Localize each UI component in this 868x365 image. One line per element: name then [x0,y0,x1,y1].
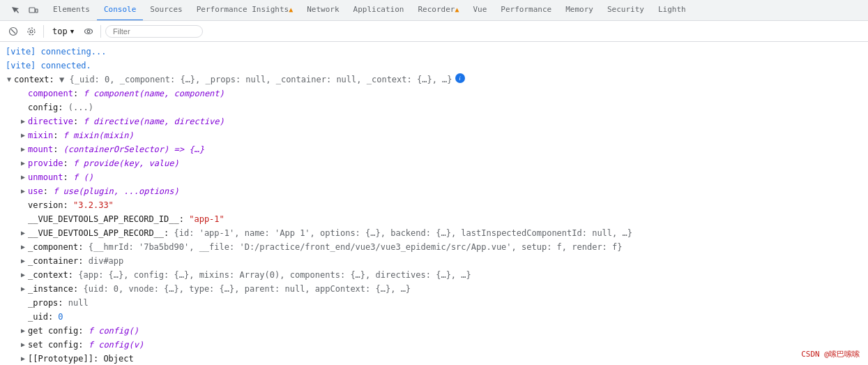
use-colon: : [43,185,53,198]
_instance-toggle[interactable] [20,283,26,290]
tab-elements[interactable]: Elements [46,0,97,21]
_props-val: null [68,297,89,309]
_uid-line: _uid : 0 [0,310,868,324]
get-config-line: get config : f config() [0,324,868,338]
vdt-record-colon: : [164,227,174,239]
component-val: f component(name, component) [83,87,224,100]
version-key: version [28,199,63,211]
context-toggle[interactable] [6,73,13,80]
set-config-toggle[interactable] [20,338,26,345]
mount-line: mount : (containerOrSelector) => {…} [0,142,868,156]
_container-val: div#app [89,255,124,267]
directive-val: f directive(name, directive) [83,115,224,128]
dropdown-arrow-icon: ▼ [70,28,74,35]
tab-security[interactable]: Security [600,0,651,21]
vite-connecting-line: [vite] connecting... [0,45,868,59]
tab-lighthouse[interactable]: Lighth [651,0,693,21]
settings-button[interactable] [24,24,39,39]
clear-console-button[interactable] [6,24,21,39]
use-line: use : f use(plugin, ...options) [0,184,868,198]
_instance-val: {uid: 0, vnode: {…}, type: {…}, parent: … [83,283,411,295]
context-info-icon[interactable]: i [455,73,465,83]
mixin-colon: : [53,129,63,142]
directive-key: directive [28,115,73,128]
tab-application[interactable]: Application [347,0,411,21]
mount-val: (containerOrSelector) => {…} [63,143,204,156]
context-key: context: [14,73,59,86]
mixin-key: mixin [28,129,53,142]
vdt-record-id-val: "app-1" [189,213,224,225]
get-config-val: f config() [89,325,139,337]
console-output: [vite] connecting... [vite] connected. c… [0,42,868,365]
tab-console[interactable]: Console [97,0,143,21]
mount-toggle[interactable] [20,143,26,150]
_context-val: {app: {…}, config: {…}, mixins: Array(0)… [78,269,471,281]
component-key: component [28,87,73,100]
_uid-val: 0 [58,311,63,323]
_instance-colon: : [73,283,83,295]
filter-input[interactable] [105,25,203,38]
use-key: use [28,185,43,198]
eye-button[interactable] [81,24,96,39]
prototype-key: [[Prototype]] [28,352,93,365]
component-colon: : [73,87,83,100]
set-config-line: set config : f config(v) [0,338,868,352]
_container-toggle[interactable] [20,255,26,262]
tab-performance-insights[interactable]: Performance Insights ▲ [190,0,300,21]
tab-performance[interactable]: Performance [494,0,558,21]
tab-network[interactable]: Network [300,0,346,21]
_context-line: _context : {app: {…}, config: {…}, mixin… [0,268,868,282]
context-selector[interactable]: top ▼ [48,25,78,38]
vdt-record-toggle[interactable] [20,227,26,234]
_uid-key: _uid [28,311,48,323]
tab-recorder[interactable]: Recorder ▲ [411,0,466,21]
_container-line: _container : div#app [0,254,868,268]
devtools-tab-bar: Elements Console Sources Performance Ins… [0,0,868,21]
provide-line: provide : f provide(key, value) [0,156,868,170]
directive-line: directive : f directive(name, directive) [0,114,868,128]
_props-key: _props [28,297,58,309]
directive-toggle[interactable] [20,115,26,122]
tab-sources[interactable]: Sources [143,0,189,21]
get-config-toggle[interactable] [20,325,26,332]
set-config-colon: : [78,338,88,351]
performance-insights-warning-icon: ▲ [289,6,293,13]
vdt-record-key: __VUE_DEVTOOLS_APP_RECORD__ [28,227,164,239]
prototype-val: Object [103,352,133,365]
cursor-icon[interactable] [7,2,24,19]
tab-vue[interactable]: Vue [466,0,494,21]
vite-connected-line: [vite] connected. [0,59,868,73]
mount-key: mount [28,143,53,156]
provide-val: f provide(key, value) [73,157,179,170]
svg-line-3 [11,29,15,33]
device-icon[interactable] [25,2,42,19]
svg-point-5 [28,28,35,35]
vdt-record-id-colon: : [179,213,189,225]
vdt-record-line: __VUE_DEVTOOLS_APP_RECORD__ : {id: 'app-… [0,226,868,240]
svg-rect-1 [36,9,38,13]
_context-toggle[interactable] [20,269,26,276]
config-colon: : [58,101,68,114]
tab-icon-group [3,2,46,19]
use-toggle[interactable] [20,185,26,192]
vdt-record-id-line: __VUE_DEVTOOLS_APP_RECORD_ID__ : "app-1" [0,212,868,226]
svg-point-7 [87,30,90,33]
tab-memory[interactable]: Memory [558,0,600,21]
provide-toggle[interactable] [20,157,26,164]
_container-key: _container [28,255,78,267]
_uid-colon: : [48,311,58,323]
_component-toggle[interactable] [20,241,26,248]
provide-colon: : [63,157,73,170]
unmount-toggle[interactable] [20,171,26,178]
version-colon: : [63,199,73,211]
prototype-toggle[interactable] [20,352,26,359]
_instance-key: _instance [28,283,73,295]
mixin-toggle[interactable] [20,129,26,136]
version-line: version : "3.2.33" [0,198,868,212]
config-line: config : (...) [0,100,868,114]
_context-key: _context [28,269,68,281]
svg-point-6 [85,29,93,33]
_component-line: _component : {__hmrId: '7ba5bd90', __fil… [0,240,868,254]
svg-rect-0 [29,8,35,13]
recorder-warning-icon: ▲ [455,6,459,13]
